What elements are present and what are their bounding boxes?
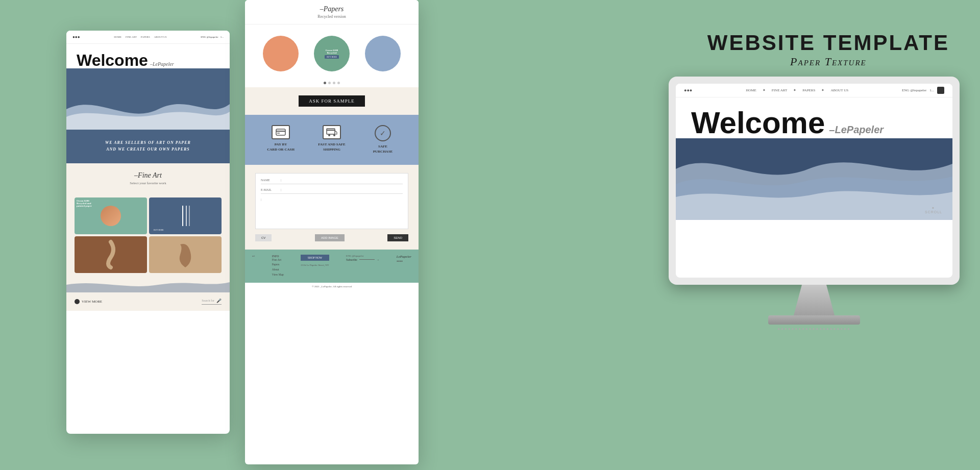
mid-dot-3[interactable]	[333, 82, 335, 84]
art-label-1: Ocean $280Recycled andpainted paper	[77, 200, 92, 207]
page-title-sub: Paper Texture	[707, 55, 949, 68]
art-item-4	[149, 236, 222, 273]
monitor-inner: ●●● HOME ✦ FINE ART ✦ PAPERS ✦ ABOUT US …	[676, 84, 952, 278]
mid-header-sub: Recycled version	[250, 14, 413, 19]
svg-rect-5	[277, 133, 280, 134]
svg-rect-4	[276, 131, 285, 132]
form-email-label: E-MAIL	[261, 188, 279, 191]
mid-dot-4[interactable]	[337, 82, 340, 84]
mid-circle-blue	[365, 36, 401, 71]
mid-features-section: PAY BYCARD OR CASH FAST AND SAFESHIPPING…	[245, 115, 419, 165]
mid-circles-container: Green $180Recycled BUY HERE	[255, 36, 408, 71]
form-send-btn[interactable]: SEND	[387, 234, 408, 241]
art-item-1: Ocean $280Recycled andpainted paper	[75, 197, 147, 234]
search-icon: 🎤	[216, 299, 222, 303]
mon-nav-links: HOME ✦ FINE ART ✦ PAPERS ✦ ABOUT US	[746, 88, 848, 92]
footer-art-label: art	[252, 255, 255, 257]
right-monitor-mockup: ●●● HOME ✦ FINE ART ✦ PAPERS ✦ ABOUT US …	[669, 77, 960, 331]
form-image-btn[interactable]: ADD IMAGE	[315, 234, 345, 241]
pay-icon	[272, 125, 290, 139]
left-wave	[66, 68, 230, 130]
safe-label: SAFEPURCHASE	[362, 144, 403, 155]
mon-nav: ●●● HOME ✦ FINE ART ✦ PAPERS ✦ ABOUT US …	[676, 84, 952, 97]
view-more-button[interactable]: VIEW MORE	[75, 299, 102, 304]
footer-subscribe: Subscribe →	[346, 258, 379, 261]
svg-rect-3	[276, 129, 285, 135]
mid-header: –Papers Recycled version	[245, 0, 419, 24]
pay-label: PAY BYCARD OR CASH	[260, 142, 301, 153]
mid-dot-2[interactable]	[328, 82, 331, 84]
mon-cart-icon	[937, 87, 944, 94]
view-more-dot	[75, 299, 80, 304]
mon-nav-right: ENG @lepapeler 1...	[902, 87, 944, 94]
monitor-base	[768, 315, 860, 325]
art-item-3	[75, 236, 147, 273]
monitor-brand-reflection: ●●●●●●●●●●●●●●●●●●●●●	[669, 327, 960, 331]
left-tagline: WE ARE SELLERS OF ART ON PAPER AND WE CR…	[66, 130, 230, 163]
search-bar[interactable]: Search for 🎤	[202, 299, 222, 305]
monitor-stand	[794, 285, 835, 315]
svg-point-9	[333, 134, 335, 136]
left-mobile-mockup: ●●● HOME FINE ART PAPERS ABOUT US ENG @l…	[66, 31, 230, 434]
form-name-row: NAME |	[261, 179, 403, 184]
mon-scroll: ✦SCROLL	[925, 206, 942, 214]
page-title-main: WEBSITE TEMPLATE	[707, 31, 949, 55]
mid-feature-pay: PAY BYCARD OR CASH	[260, 125, 301, 153]
svg-rect-7	[327, 130, 335, 131]
mid-dot-1[interactable]	[324, 82, 326, 84]
mid-carousel-dots	[245, 79, 419, 87]
left-hero: Welcome –LePapeler	[66, 44, 230, 68]
mon-nav-logo: ●●●	[684, 88, 692, 93]
form-name-label: NAME	[261, 179, 279, 182]
mon-hero-title: Welcome –LePapeler	[691, 108, 937, 138]
footer-info: INFO Fine ArtPapersAboutView Map	[272, 255, 284, 278]
mid-feature-shipping: FAST AND SAFESHIPPING	[311, 125, 352, 153]
mid-circle-green: Green $180Recycled BUY HERE	[314, 36, 350, 71]
left-bottom-bar: VIEW MORE Search for 🎤	[66, 292, 230, 311]
form-email-row: E-MAIL |	[261, 188, 403, 194]
mid-feature-safe: ✓ SAFEPURCHASE	[362, 125, 403, 155]
ask-sample-button[interactable]: ASK FOR SAMPLE	[299, 95, 365, 107]
footer-social: ENG @lepapeler Subscribe →	[346, 255, 379, 261]
left-nav-links: HOME FINE ART PAPERS ABOUT US	[114, 36, 166, 38]
left-hero-title: Welcome	[77, 52, 148, 68]
mon-hero: Welcome –LePapeler	[676, 97, 952, 138]
safe-icon: ✓	[375, 125, 391, 141]
left-fine-art-title: –Fine Art	[75, 171, 222, 180]
left-nav: ●●● HOME FINE ART PAPERS ABOUT US ENG @l…	[66, 31, 230, 44]
shipping-label: FAST AND SAFESHIPPING	[311, 142, 352, 153]
mid-copyright: © 2021 _LePapeler. All rights reserved	[245, 283, 419, 290]
form-clear-btn[interactable]: CV	[255, 234, 272, 241]
shipping-icon	[323, 125, 341, 139]
footer-shop-btn[interactable]: SHOP NOW	[301, 255, 329, 261]
mid-footer: art INFO Fine ArtPapersAboutView Map SHO…	[245, 250, 419, 283]
left-nav-logo: ●●●	[72, 35, 80, 39]
art-circle-1	[101, 206, 121, 226]
svg-point-8	[328, 134, 330, 136]
left-bottom-wave	[66, 277, 230, 292]
art-item-2: BUY HERE	[149, 197, 222, 234]
page-title-section: WEBSITE TEMPLATE Paper Texture	[707, 31, 949, 68]
footer-brand: LePapeler ●●●●	[397, 255, 411, 262]
mid-circle-orange	[263, 36, 299, 71]
mid-recycled-section: Green $180Recycled BUY HERE	[245, 24, 419, 79]
mid-ask-section: ASK FOR SAMPLE	[245, 87, 419, 115]
left-fine-art-sub: Select your favorite work	[75, 181, 222, 185]
left-nav-right: ENG @lepapeler 1...	[201, 36, 224, 38]
svg-rect-6	[327, 129, 335, 134]
monitor-screen: ●●● HOME ✦ FINE ART ✦ PAPERS ✦ ABOUT US …	[669, 77, 960, 285]
footer-shop: SHOP NOW 211b Le Papeler Street, NY	[301, 255, 329, 266]
mid-circle-buy-btn[interactable]: BUY HERE	[325, 55, 339, 59]
footer-links: Fine ArtPapersAboutView Map	[272, 258, 284, 278]
mid-header-title: –Papers	[250, 5, 413, 13]
mid-form-buttons: CV ADD IMAGE SEND	[255, 234, 408, 241]
mon-wave: ✦SCROLL	[676, 138, 952, 220]
footer-address: 211b Le Papeler Street, NY	[301, 264, 329, 266]
mid-form-area: NAME | E-MAIL | |	[255, 173, 408, 229]
mid-contact-section: NAME | E-MAIL | | CV ADD IMAGE SEND	[245, 165, 419, 250]
form-message-area[interactable]: |	[261, 198, 403, 201]
left-art-grid: Ocean $280Recycled andpainted paper BUY …	[66, 193, 230, 277]
left-fine-art-header: –Fine Art Select your favorite work	[66, 163, 230, 193]
left-hero-subtitle: –LePapeler	[150, 61, 174, 67]
art-btn-1[interactable]: BUY HERE	[151, 228, 166, 232]
